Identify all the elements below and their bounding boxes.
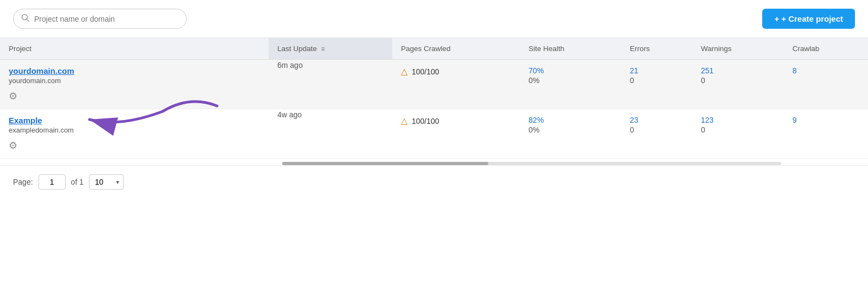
err-secondary: 0	[630, 76, 684, 85]
project-name-link[interactable]: yourdomain.com	[9, 66, 74, 76]
warning-icon: △	[401, 67, 407, 76]
project-name-link[interactable]: Example	[9, 116, 42, 125]
crawl-cell: 8	[784, 60, 868, 109]
pages-crawled-cell: △ 100/100	[392, 109, 520, 159]
err-primary: 21	[630, 66, 684, 75]
col-project: Project	[0, 38, 269, 60]
project-cell: yourdomain.com yourdomain.com ⚙	[0, 60, 269, 109]
err-secondary: 0	[630, 125, 684, 134]
pages-text: 100/100	[412, 117, 439, 125]
health-primary: 70%	[528, 66, 612, 75]
warn-secondary: 0	[701, 125, 775, 134]
create-project-button[interactable]: + + Create project	[762, 9, 855, 29]
last-update-cell: 6m ago	[269, 60, 392, 109]
warnings-cell: 251 0	[692, 60, 784, 109]
project-domain: exampledomain.com	[9, 126, 260, 134]
err-primary: 23	[630, 116, 684, 124]
scrollbar-thumb	[282, 162, 488, 165]
plus-icon: +	[774, 14, 779, 23]
projects-table: Project Last Update ≡ Pages Crawled Site…	[0, 38, 868, 159]
table-row: yourdomain.com yourdomain.com ⚙ 6m ago △…	[0, 60, 868, 109]
crawl-cell: 9	[784, 109, 868, 159]
warning-icon: △	[401, 116, 407, 125]
col-last-update[interactable]: Last Update ≡	[269, 38, 392, 60]
create-button-label: + Create project	[781, 14, 843, 23]
pages-crawled-cell: △ 100/100	[392, 60, 520, 109]
errors-cell: 21 0	[621, 60, 692, 109]
search-input[interactable]	[34, 15, 178, 23]
of-label: of 1	[71, 178, 84, 186]
table-wrapper: Project Last Update ≡ Pages Crawled Site…	[0, 37, 868, 159]
warn-primary: 251	[701, 66, 775, 75]
pagination-bar: Page: of 1 10 25 50 100 ▾	[0, 165, 868, 198]
search-icon	[21, 14, 30, 24]
search-box[interactable]	[13, 9, 187, 29]
col-warnings: Warnings	[692, 38, 784, 60]
col-errors: Errors	[621, 38, 692, 60]
warnings-cell: 123 0	[692, 109, 784, 159]
crawl-primary: 9	[793, 116, 797, 124]
page-input[interactable]	[39, 174, 66, 190]
col-pages-crawled: Pages Crawled	[392, 38, 520, 60]
last-update-cell: 4w ago	[269, 109, 392, 159]
site-health-cell: 70% 0%	[520, 60, 621, 109]
crawl-primary: 8	[793, 66, 797, 75]
table-row: Example exampledomain.com ⚙ 4w ago △ 100…	[0, 109, 868, 159]
gear-icon[interactable]: ⚙	[9, 90, 17, 102]
svg-line-1	[27, 20, 29, 22]
health-secondary: 0%	[528, 76, 612, 85]
health-primary: 82%	[528, 116, 612, 124]
project-cell: Example exampledomain.com ⚙	[0, 109, 269, 159]
table-container: Project Last Update ≡ Pages Crawled Site…	[0, 37, 868, 165]
project-domain: yourdomain.com	[9, 77, 260, 85]
col-crawlability: Crawlab	[784, 38, 868, 60]
pages-text: 100/100	[412, 67, 439, 76]
warn-primary: 123	[701, 116, 775, 124]
sort-icon: ≡	[321, 45, 325, 53]
table-header-row: Project Last Update ≡ Pages Crawled Site…	[0, 38, 868, 60]
site-health-cell: 82% 0%	[520, 109, 621, 159]
horizontal-scrollbar[interactable]	[282, 162, 781, 165]
warn-secondary: 0	[701, 76, 775, 85]
per-page-select[interactable]: 10 25 50 100	[89, 174, 124, 190]
page-label: Page:	[13, 178, 33, 186]
per-page-wrapper: 10 25 50 100 ▾	[89, 174, 124, 190]
col-site-health: Site Health	[520, 38, 621, 60]
top-bar: + + Create project	[0, 0, 868, 37]
gear-icon[interactable]: ⚙	[9, 140, 17, 152]
errors-cell: 23 0	[621, 109, 692, 159]
health-secondary: 0%	[528, 125, 612, 134]
